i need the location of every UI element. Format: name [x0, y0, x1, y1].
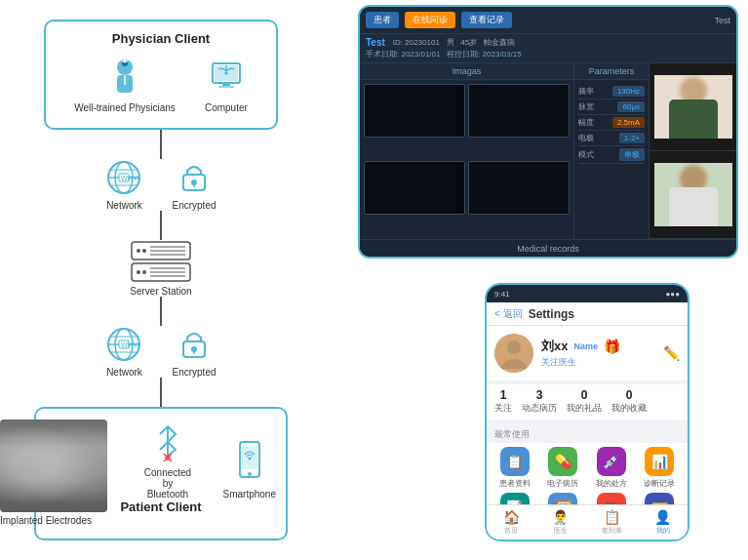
server-label: Server Station — [0, 286, 322, 297]
computer-icon: Computer — [205, 56, 248, 113]
mobile-topbar: 9:41 ●●● — [487, 285, 688, 302]
stat-gifts: 0 我的礼品 — [567, 388, 602, 415]
physician-label: Well-trained Physicians — [74, 102, 176, 113]
network-svg-icon: WWW — [105, 159, 142, 196]
svg-point-29 — [142, 270, 146, 274]
menu-prescription-icon: 💉 — [597, 447, 626, 476]
avatar — [494, 334, 533, 373]
encrypted-label: Encrypted — [172, 200, 216, 211]
param-row-mode: 模式 单极 — [578, 146, 645, 164]
stat-favorites: 0 我的收藏 — [611, 388, 647, 415]
svg-point-54 — [248, 472, 252, 476]
network-encrypted-row-2: WWW Network Encrypted — [63, 326, 258, 378]
network-encrypted-row: WWW Network Encrypted — [63, 159, 258, 211]
nav-mine-label: 我的 — [656, 526, 670, 536]
mobile-signal: ●●● — [666, 290, 681, 299]
physician-svg-icon — [103, 56, 146, 99]
nav-doctor-label: 医生 — [554, 526, 568, 536]
nav-checkin[interactable]: 📋 签到单 — [602, 509, 622, 536]
param-val-electrode[interactable]: 1-2+ — [619, 133, 645, 143]
patient-name-display: Test — [366, 37, 385, 48]
physician-title: Physician Client — [65, 31, 256, 46]
smartphone-label: Smartphone — [223, 489, 276, 500]
param-label-pulse: 脉宽 — [578, 101, 594, 112]
bluetooth-icon: Connected by Bluetooth — [141, 419, 193, 500]
mobile-back-button[interactable]: < 返回 — [494, 307, 523, 321]
patient-info-bar: Test ID: 20230101 男 45岁 帕金森病 手术日期: 2023/… — [360, 34, 736, 63]
param-val-mode[interactable]: 单极 — [619, 148, 645, 161]
xray-placeholder — [0, 420, 107, 512]
encrypted-svg-icon — [176, 159, 213, 196]
nav-home-label: 首页 — [504, 526, 518, 536]
stat-label-follow: 关注 — [494, 402, 512, 415]
param-row-amp: 幅度 2.5mA — [578, 115, 645, 131]
network-icon: WWW Network — [105, 159, 142, 211]
svg-rect-10 — [218, 86, 234, 88]
tab-records[interactable]: 查看记录 — [461, 12, 512, 28]
connector-2 — [0, 211, 322, 240]
menu-evaluation-icon: 📊 — [645, 447, 674, 476]
menu-evaluation[interactable]: 📊 诊断记录 — [638, 447, 683, 489]
topbar-right: Test — [714, 16, 730, 25]
profile-subtitle: 关注医生 — [541, 357, 576, 367]
network2-icon: WWW Network — [105, 326, 142, 378]
connector-3 — [0, 297, 322, 326]
param-row-pulse: 脉宽 60μs — [578, 100, 645, 115]
mobile-profile: 刘xx Name 🎁 关注医生 ✏️ — [487, 326, 688, 380]
image-thumb-4[interactable] — [468, 161, 570, 215]
menu-evaluation-label: 诊断记录 — [644, 478, 675, 489]
tab-patient[interactable]: 患者 — [366, 12, 399, 28]
ui-images-panel: Imagas — [360, 63, 574, 239]
param-val-pulse[interactable]: 60μs — [617, 101, 645, 112]
patient-info-text: ID: 20230101 男 45岁 帕金森病 — [393, 37, 515, 48]
nav-mine-icon: 👤 — [654, 509, 671, 525]
xray-content — [0, 420, 107, 512]
stat-records: 3 动态病历 — [522, 388, 557, 415]
params-body: 频率 130Hz 脉宽 60μs 幅度 2.5mA 电极 1-2+ — [574, 80, 649, 239]
nav-doctor-icon: 👨‍⚕️ — [552, 509, 569, 525]
nav-home[interactable]: 🏠 首页 — [503, 509, 520, 536]
physician-box: Physician Client Well-trained Physicians — [44, 20, 278, 130]
network-label: Network — [106, 200, 142, 211]
encrypted2-label: Encrypted — [172, 367, 216, 378]
param-label-mode: 模式 — [578, 149, 594, 160]
menu-profile[interactable]: 📋 患者资料 — [492, 447, 537, 489]
stat-num-follow: 1 — [494, 388, 512, 402]
nav-mine[interactable]: 👤 我的 — [654, 509, 671, 536]
video-frame-bottom — [650, 151, 736, 239]
profile-stats: 1 关注 3 动态病历 0 我的礼品 0 我的收藏 — [487, 384, 688, 424]
physician-ui: 患者 在线问诊 查看记录 Test Test ID: 20230101 男 45… — [360, 7, 736, 257]
patient-test-label: Test — [714, 16, 730, 25]
stat-follow: 1 关注 — [494, 388, 512, 415]
menu-profile-label: 患者资料 — [499, 478, 531, 489]
menu-prescription[interactable]: 💉 我的处方 — [589, 447, 634, 489]
profile-edit-icon[interactable]: ✏️ — [663, 345, 680, 361]
stat-num-gifts: 0 — [567, 388, 602, 402]
image-thumb-3[interactable] — [364, 161, 465, 215]
menu-erecords[interactable]: 💊 电子病历 — [541, 447, 586, 489]
mobile-time: 9:41 — [494, 290, 510, 299]
nav-checkin-label: 签到单 — [602, 526, 622, 536]
tab-consultation[interactable]: 在线问诊 — [405, 12, 455, 28]
physician-icon: Well-trained Physicians — [74, 56, 176, 113]
video-frame-top — [650, 63, 736, 151]
mobile-settings-bar: < 返回 Settings — [487, 302, 688, 326]
menu-prescription-label: 我的处方 — [596, 478, 627, 489]
nav-doctor[interactable]: 👨‍⚕️ 医生 — [552, 509, 569, 536]
param-val-freq[interactable]: 130Hz — [612, 86, 645, 97]
param-val-amp[interactable]: 2.5mA — [612, 117, 645, 128]
encrypted2-icon: Encrypted — [172, 326, 216, 378]
param-label-freq: 频率 — [578, 86, 594, 97]
ui-video-panel — [649, 63, 736, 239]
svg-point-22 — [137, 249, 140, 253]
server-station: Server Station — [0, 240, 322, 297]
computer-label: Computer — [205, 102, 248, 113]
physician-ui-panel: 患者 在线问诊 查看记录 Test Test ID: 20230101 男 45… — [358, 5, 738, 259]
avatar-svg — [494, 334, 533, 373]
xray-label: Implanted Electrodes — [0, 515, 112, 526]
image-thumb-2[interactable] — [468, 84, 570, 138]
computer-svg-icon — [205, 56, 248, 99]
physician-icon-row: Well-trained Physicians Computer — [65, 56, 256, 113]
image-thumb-1[interactable] — [364, 84, 465, 138]
svg-text:WWW: WWW — [121, 175, 140, 181]
